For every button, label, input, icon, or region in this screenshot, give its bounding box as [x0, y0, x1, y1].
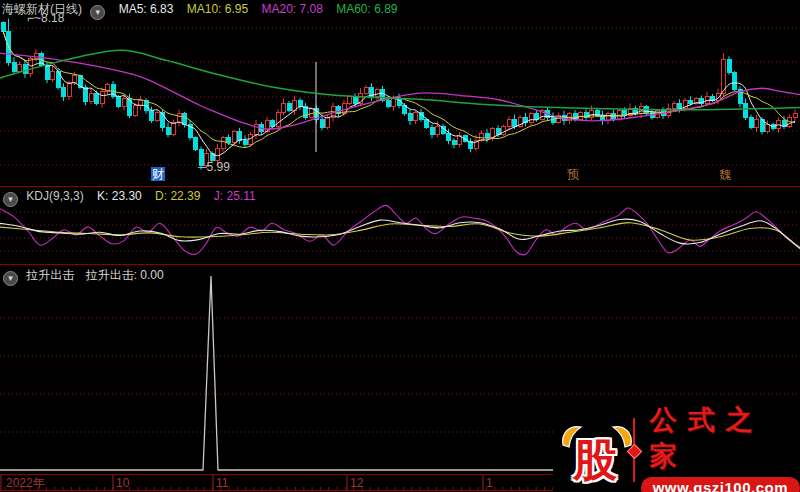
watermark-wei: 魏	[719, 168, 731, 182]
ma10-label: MA10: 6.95	[187, 2, 248, 16]
axis-label-oct: 10	[116, 476, 129, 490]
ma60-label: MA60: 6.89	[336, 2, 397, 16]
ma5-label: MA5: 6.83	[119, 2, 174, 16]
kdj-title: KDJ(9,3,3)	[26, 189, 83, 203]
chevron-down-icon[interactable]: ▾	[3, 192, 18, 207]
chevron-down-icon[interactable]: ▾	[3, 271, 18, 286]
brand-name: 公式之家	[650, 402, 800, 474]
stock-app-window: 海螺新材(日线) ▾ MA5: 6.83 MA10: 6.95 MA20: 7.…	[0, 0, 800, 492]
kdj-j-value: J: 25.11	[214, 189, 256, 203]
bull-logo: 股	[553, 407, 633, 492]
low-marker: ─	[198, 160, 207, 174]
indicator-value: 拉升出击: 0.00	[86, 268, 164, 282]
watermark-yu: 预	[567, 167, 579, 181]
axis-label-jan: 1	[486, 476, 493, 490]
gszj-watermark-logo: 股 公式之家 www.gszj100.com	[553, 407, 800, 492]
ma20-label: MA20: 7.08	[261, 2, 322, 16]
kdj-k-value: K: 23.30	[97, 189, 142, 203]
kdj-d-value: D: 22.39	[155, 189, 200, 203]
axis-label-dec: 12	[350, 476, 363, 490]
indicator-panel-header: ▾ 拉升出击 拉升出击: 0.00	[3, 268, 164, 286]
axis-label-2022: 2022年	[6, 476, 45, 490]
high-price-label: ⌐~8.18	[27, 11, 64, 25]
axis-label-nov: 11	[216, 476, 228, 490]
high-marker: ⌐~	[27, 11, 41, 25]
watermark-cai: 财	[151, 167, 165, 181]
chevron-down-icon[interactable]: ▾	[90, 5, 105, 20]
logo-divider	[633, 418, 635, 482]
indicator-title: 拉升出击	[26, 268, 74, 282]
website-url: www.gszj100.com	[641, 477, 800, 492]
gu-character: 股	[573, 431, 617, 490]
low-price-label: ─5.99	[198, 160, 230, 174]
kdj-panel-header: ▾ KDJ(9,3,3) K: 23.30 D: 22.39 J: 25.11	[3, 189, 256, 207]
